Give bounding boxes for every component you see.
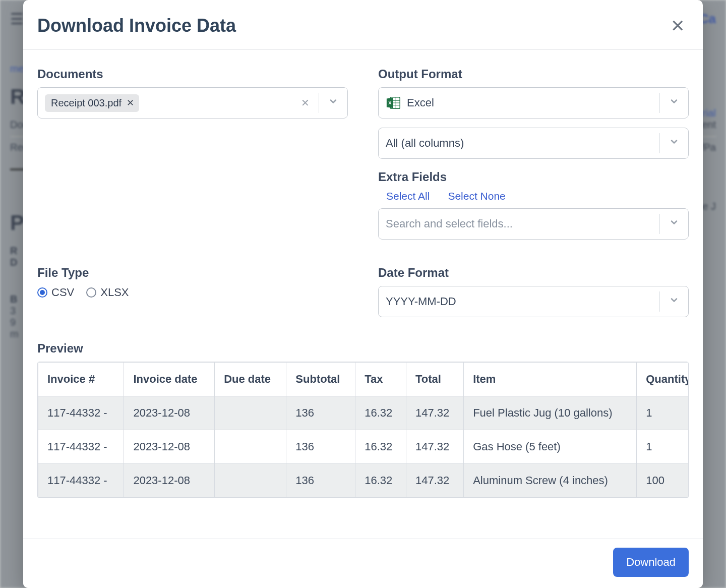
- radio-selected-icon: [37, 287, 47, 298]
- preview-table-container[interactable]: Invoice #Invoice dateDue dateSubtotalTax…: [37, 362, 689, 498]
- preview-cell: 16.32: [355, 396, 406, 430]
- chevron-down-icon[interactable]: [665, 295, 683, 308]
- chevron-down-icon[interactable]: [665, 217, 683, 230]
- extra-fields-placeholder: Search and select fields...: [386, 217, 513, 230]
- output-format-label: Output Format: [378, 67, 689, 81]
- table-row: 117-44332 -2023-12-0813616.32147.32Gas H…: [38, 430, 689, 464]
- preview-cell: [215, 430, 286, 464]
- documents-label: Documents: [37, 67, 348, 81]
- preview-cell: 1: [637, 430, 689, 464]
- file-type-csv-radio[interactable]: CSV: [37, 286, 74, 299]
- preview-header-cell: Item: [464, 363, 637, 396]
- preview-cell: 16.32: [355, 430, 406, 464]
- radio-unselected-icon: [86, 287, 96, 298]
- document-chip-label: Receipt 003.pdf: [51, 97, 122, 109]
- divider: [659, 214, 660, 234]
- preview-cell: 117-44332 -: [38, 464, 124, 498]
- table-row: 117-44332 -2023-12-0813616.32147.32Fuel …: [38, 396, 689, 430]
- extra-fields-select[interactable]: Search and select fields...: [378, 208, 689, 240]
- modal-title: Download Invoice Data: [37, 15, 236, 36]
- radio-label: XLSX: [100, 286, 129, 299]
- preview-header-cell: Tax: [355, 363, 406, 396]
- svg-text:X: X: [388, 100, 392, 105]
- preview-header-cell: Subtotal: [286, 363, 355, 396]
- preview-cell: 147.32: [406, 430, 463, 464]
- remove-document-icon[interactable]: ✕: [127, 97, 134, 108]
- close-icon: ✕: [671, 16, 685, 35]
- preview-table: Invoice #Invoice dateDue dateSubtotalTax…: [38, 362, 689, 498]
- preview-cell: Aluminum Screw (4 inches): [464, 464, 637, 498]
- divider: [659, 291, 660, 312]
- radio-label: CSV: [51, 286, 74, 299]
- excel-icon: X: [386, 96, 401, 110]
- preview-cell: 16.32: [355, 464, 406, 498]
- file-type-radio-group: CSV XLSX: [37, 286, 348, 299]
- preview-cell: [215, 396, 286, 430]
- preview-cell: 117-44332 -: [38, 396, 124, 430]
- chevron-down-icon[interactable]: [665, 96, 683, 109]
- preview-header-cell: Due date: [215, 363, 286, 396]
- extra-fields-label: Extra Fields: [378, 170, 689, 184]
- preview-cell: 1: [637, 396, 689, 430]
- preview-cell: Gas Hose (5 feet): [464, 430, 637, 464]
- preview-header-cell: Quantity: [637, 363, 689, 396]
- columns-value: All (all columns): [386, 137, 464, 150]
- divider: [659, 93, 660, 113]
- download-button[interactable]: Download: [613, 548, 689, 577]
- output-format-value: Excel: [407, 96, 434, 109]
- date-format-value: YYYY-MM-DD: [386, 295, 456, 308]
- divider: [659, 133, 660, 153]
- divider: [319, 93, 319, 113]
- preview-cell: 136: [286, 396, 355, 430]
- modal-body: Documents Receipt 003.pdf ✕ ✕: [23, 50, 703, 538]
- modal-footer: Download: [23, 538, 703, 588]
- output-format-select[interactable]: X Excel: [378, 87, 689, 119]
- documents-select[interactable]: Receipt 003.pdf ✕ ✕: [37, 87, 348, 119]
- preview-cell: 147.32: [406, 464, 463, 498]
- preview-header-cell: Invoice #: [38, 363, 124, 396]
- file-type-label: File Type: [37, 266, 348, 280]
- preview-label: Preview: [37, 341, 689, 356]
- preview-header-cell: Invoice date: [124, 363, 215, 396]
- preview-cell: 117-44332 -: [38, 430, 124, 464]
- modal-header: Download Invoice Data ✕: [23, 0, 703, 50]
- preview-cell: Fuel Plastic Jug (10 gallons): [464, 396, 637, 430]
- preview-cell: 100: [637, 464, 689, 498]
- preview-cell: 147.32: [406, 396, 463, 430]
- download-invoice-modal: Download Invoice Data ✕ Documents Receip…: [23, 0, 703, 588]
- chevron-down-icon[interactable]: [324, 96, 342, 109]
- preview-cell: 2023-12-08: [124, 430, 215, 464]
- preview-cell: 136: [286, 464, 355, 498]
- preview-cell: [215, 464, 286, 498]
- table-row: 117-44332 -2023-12-0813616.32147.32Alumi…: [38, 464, 689, 498]
- preview-cell: 136: [286, 430, 355, 464]
- select-none-link[interactable]: Select None: [448, 190, 505, 202]
- date-format-select[interactable]: YYYY-MM-DD: [378, 286, 689, 317]
- columns-select[interactable]: All (all columns): [378, 128, 689, 159]
- date-format-label: Date Format: [378, 266, 689, 280]
- select-all-link[interactable]: Select All: [386, 190, 430, 202]
- preview-cell: 2023-12-08: [124, 464, 215, 498]
- chevron-down-icon[interactable]: [665, 137, 683, 150]
- file-type-xlsx-radio[interactable]: XLSX: [86, 286, 129, 299]
- clear-documents-icon[interactable]: ✕: [297, 97, 314, 109]
- document-chip: Receipt 003.pdf ✕: [45, 94, 139, 112]
- preview-cell: 2023-12-08: [124, 396, 215, 430]
- close-button[interactable]: ✕: [667, 15, 689, 36]
- preview-header-cell: Total: [406, 363, 463, 396]
